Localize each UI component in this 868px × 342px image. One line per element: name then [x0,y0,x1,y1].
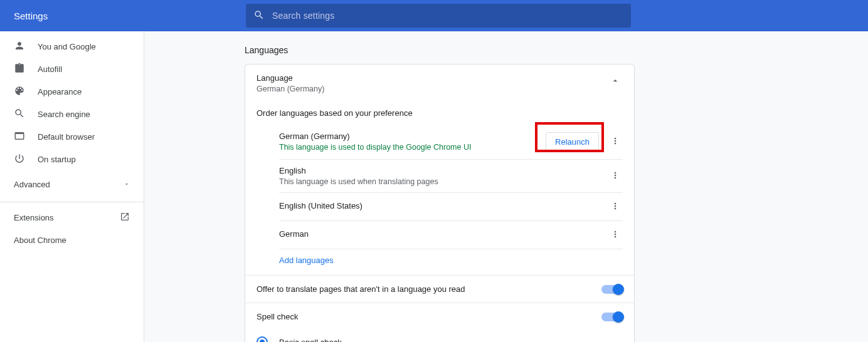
more-vert-icon [610,229,620,241]
spell-check-toggle[interactable] [601,313,623,321]
sidebar-item-extensions[interactable]: Extensions [0,206,144,229]
main-content: Languages Language German (Germany) Orde… [144,31,868,342]
language-name: English [279,166,608,175]
more-vert-icon [610,136,620,148]
language-name: German [279,229,608,239]
clipboard-icon [14,63,38,76]
language-menu-button[interactable] [608,168,623,184]
language-note: This language is used to display the Goo… [279,143,546,152]
open-external-icon [120,212,130,224]
language-list: German (Germany) This language is used t… [279,124,623,265]
language-expand-row[interactable]: Language German (Germany) [257,73,623,93]
sidebar-item-label: Search engine [38,110,90,119]
sidebar-item-label: You and Google [38,42,96,51]
sidebar-item-label: On startup [38,155,76,164]
language-name: English (United States) [279,201,608,210]
caret-down-icon [124,180,130,189]
offer-translate-row: Offer to translate pages that aren't in … [245,275,634,303]
language-row: German (Germany) This language is used t… [279,124,623,160]
language-section-title: Language [257,73,324,83]
radio-button[interactable] [257,336,268,342]
languages-card: Language German (Germany) Order language… [245,64,635,342]
language-name: German (Germany) [279,132,546,141]
advanced-section[interactable]: Advanced [0,170,144,198]
search-box[interactable] [246,4,631,28]
basic-spell-check-option[interactable]: Basic spell check [257,336,623,342]
sidebar-item-default-browser[interactable]: Default browser [0,125,144,148]
sidebar: You and Google Autofill Appearance Searc… [0,31,144,342]
sidebar-item-autofill[interactable]: Autofill [0,58,144,80]
palette-icon [14,85,38,98]
language-note: This language is used when translating p… [279,177,608,186]
power-icon [14,153,38,166]
extensions-label: Extensions [14,213,54,222]
search-icon [252,9,272,23]
order-instruction: Order languages based on your preference [257,108,623,118]
search-icon [14,108,38,121]
language-menu-button[interactable] [608,199,623,214]
spell-check-label: Spell check [257,312,298,321]
browser-icon [14,130,38,143]
language-menu-button[interactable] [608,227,623,242]
sidebar-item-appearance[interactable]: Appearance [0,80,144,103]
add-languages-button[interactable]: Add languages [279,249,623,265]
more-vert-icon [610,201,620,213]
search-input[interactable] [272,11,625,21]
relaunch-button[interactable]: Relaunch [546,132,599,152]
sidebar-item-on-startup[interactable]: On startup [0,148,144,170]
language-menu-button[interactable] [608,134,623,149]
section-heading: Languages [245,45,868,55]
person-icon [14,40,38,53]
advanced-label: Advanced [14,180,50,189]
sidebar-item-label: Default browser [38,132,95,142]
offer-translate-toggle[interactable] [601,285,623,294]
language-current: German (Germany) [257,85,324,93]
spell-check-row: Spell check [257,312,623,321]
sidebar-item-label: Autofill [38,65,62,74]
sidebar-item-about-chrome[interactable]: About Chrome [0,229,144,251]
basic-spell-check-label: Basic spell check [279,338,342,343]
offer-translate-label: Offer to translate pages that aren't in … [257,284,465,294]
chevron-up-icon [610,76,620,88]
sidebar-item-label: Appearance [38,87,82,96]
about-label: About Chrome [14,236,66,245]
language-row: English This language is used when trans… [279,160,623,193]
language-row: German [279,221,623,249]
sidebar-item-search-engine[interactable]: Search engine [0,103,144,125]
divider [0,202,144,202]
language-row: English (United States) [279,193,623,221]
more-vert-icon [610,170,620,182]
sidebar-item-you-and-google[interactable]: You and Google [0,35,144,58]
page-title: Settings [14,11,48,21]
